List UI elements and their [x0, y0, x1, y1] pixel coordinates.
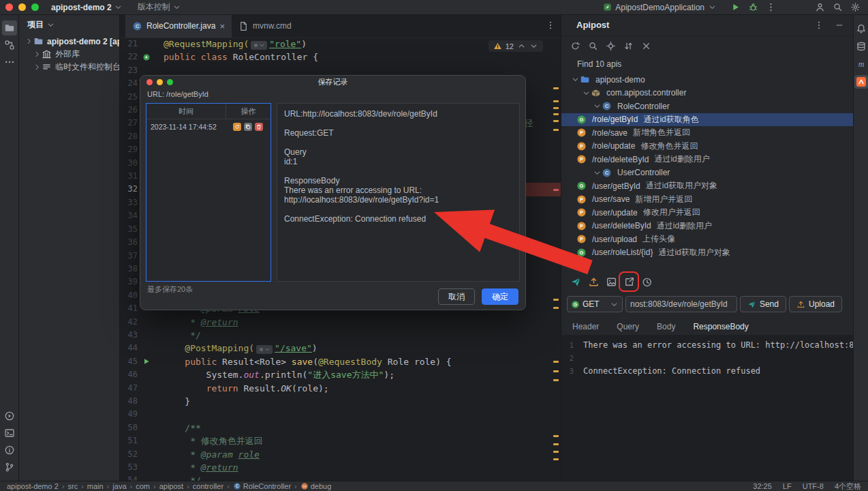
kebab-icon[interactable] [762, 1, 779, 14]
debug-icon[interactable] [744, 1, 762, 14]
breadcrumb-item[interactable]: mdebug [300, 482, 332, 490]
search-icon[interactable] [828, 1, 846, 14]
history-icon[interactable] [638, 273, 655, 291]
inspections-widget[interactable]: 12 [489, 40, 543, 52]
copy-icon[interactable] [244, 123, 252, 131]
tab-Body[interactable]: Body [657, 322, 675, 336]
code-line[interactable]: 48 } [120, 395, 561, 408]
mapping-inlay-chip[interactable] [256, 345, 273, 354]
api-item[interactable]: P/user/deleteById通过id删除用户 [561, 220, 853, 233]
close-icon[interactable] [640, 40, 651, 51]
structure-icon[interactable] [2, 38, 17, 53]
vcs-icon[interactable] [2, 460, 17, 475]
status-widget[interactable]: LF [783, 482, 792, 490]
project-folder-icon[interactable] [2, 20, 17, 35]
send-button[interactable]: Send [740, 296, 786, 312]
tab-RoleController.java[interactable]: CRoleController.java× [125, 14, 232, 38]
locate-icon[interactable] [605, 40, 616, 51]
chevron-up-icon[interactable] [517, 42, 526, 50]
tab-options-icon[interactable] [546, 20, 555, 30]
tree-node[interactable]: CUserController [561, 166, 853, 180]
sort-icon[interactable] [623, 40, 634, 51]
code-line[interactable]: 50 /** [120, 421, 561, 434]
tree-node[interactable]: com.apipost.controller [561, 87, 853, 100]
method-select[interactable]: G GET [567, 296, 623, 312]
api-item[interactable]: P/user/upload上传头像 [561, 233, 853, 246]
run-method-icon[interactable] [138, 355, 155, 368]
project-item[interactable]: 临时文件和控制台 [19, 61, 119, 74]
settings-icon[interactable] [846, 1, 864, 14]
maximize-window-button[interactable] [31, 3, 39, 11]
cancel-button[interactable]: 取消 [438, 288, 475, 305]
export-icon[interactable] [620, 273, 638, 291]
code-line[interactable]: 43 */ [120, 329, 561, 342]
kebab-icon[interactable] [813, 20, 824, 31]
tab-Header[interactable]: Header [572, 322, 599, 336]
project-item[interactable]: 外部库 [19, 48, 119, 61]
status-widget[interactable]: 4个空格 [835, 481, 861, 491]
terminal-icon[interactable] [2, 426, 17, 441]
breadcrumb-item[interactable]: java [112, 482, 126, 490]
tab-ResponseBody[interactable]: ResponseBody [693, 322, 748, 336]
more-icon[interactable] [2, 55, 17, 70]
dialog-close-button[interactable] [146, 79, 153, 85]
breadcrumb-item[interactable]: CRoleController [233, 482, 291, 490]
api-item[interactable]: P/user/update修改用户并返回 [561, 206, 853, 220]
upload-icon[interactable] [585, 273, 602, 291]
code-line[interactable]: 47 return Result.OK(role); [120, 382, 561, 395]
resend-icon[interactable] [233, 123, 241, 131]
database-icon[interactable] [854, 40, 868, 53]
project-panel-header[interactable]: 项目 [19, 14, 119, 35]
minimize-icon[interactable] [834, 20, 845, 31]
tree-node[interactable]: apipost-demo [561, 73, 853, 87]
tree-node[interactable]: CRoleController [561, 100, 853, 113]
refresh-icon[interactable] [570, 40, 580, 51]
user-icon[interactable] [811, 1, 828, 14]
problems-icon[interactable] [2, 443, 17, 458]
api-item[interactable]: P/role/update修改角色并返回 [561, 140, 853, 153]
chevron-down-icon[interactable] [529, 42, 538, 50]
api-item[interactable]: P/user/save新增用户并返回 [561, 193, 853, 207]
minimize-window-button[interactable] [18, 3, 26, 11]
dialog-maximize-button[interactable] [167, 79, 173, 85]
code-line[interactable]: 42 * @return [120, 316, 561, 329]
upload-button[interactable]: Upload [789, 296, 842, 312]
save-icon[interactable] [602, 273, 620, 291]
breadcrumb-item[interactable]: apipost [159, 482, 183, 490]
code-line[interactable]: 49 [120, 408, 561, 421]
close-window-button[interactable] [5, 3, 13, 11]
breadcrumb-item[interactable]: src [68, 482, 78, 490]
history-row[interactable]: 2023-11-14 17:44:52 [146, 119, 270, 134]
code-line[interactable]: 44 @PostMapping("/save") [120, 342, 561, 355]
code-line[interactable]: 22public class RoleController { [120, 50, 561, 63]
status-widget[interactable]: UTF-8 [803, 482, 824, 490]
status-widget[interactable]: 32:25 [753, 482, 772, 490]
apipost-icon[interactable] [854, 75, 868, 89]
maven-icon[interactable]: m [854, 57, 868, 71]
api-item[interactable]: P/role/deleteById通过id删除用户 [561, 153, 853, 166]
code-line[interactable]: 45 public Result<Role> save(@RequestBody… [120, 355, 561, 368]
close-tab-icon[interactable]: × [219, 21, 225, 31]
tab-Query[interactable]: Query [617, 322, 639, 336]
breadcrumb-item[interactable]: apipost-demo 2 [7, 482, 59, 490]
mapping-inlay-chip[interactable] [251, 41, 267, 50]
code-line[interactable]: 54 */ [120, 474, 561, 481]
send-icon[interactable] [567, 273, 585, 291]
tab-mvnw.cmd[interactable]: mvnw.cmd [232, 14, 298, 38]
code-line[interactable]: 53 * @return [120, 461, 561, 474]
play-icon[interactable] [726, 1, 744, 14]
search-icon[interactable] [587, 40, 598, 51]
delete-icon[interactable] [255, 123, 263, 131]
ok-button[interactable]: 确定 [482, 288, 518, 305]
vcs-menu[interactable]: 版本控制 [138, 1, 181, 13]
breadcrumb-item[interactable]: main [87, 482, 104, 490]
code-line[interactable]: 52 * @param role [120, 448, 561, 461]
bell-icon[interactable] [854, 22, 868, 35]
run-configuration-selector[interactable]: ApipostDemoApplication [603, 3, 717, 12]
project-item[interactable]: apipost-demo 2 [ap [19, 35, 119, 48]
dialog-minimize-button[interactable] [157, 79, 163, 85]
code-line[interactable]: 51 * 修改角色并返回 [120, 434, 561, 447]
project-selector[interactable]: apipost-demo 2 [51, 3, 123, 12]
api-item[interactable]: G/user/getById通过id获取用户对象 [561, 179, 853, 193]
run-icon[interactable] [2, 408, 17, 423]
